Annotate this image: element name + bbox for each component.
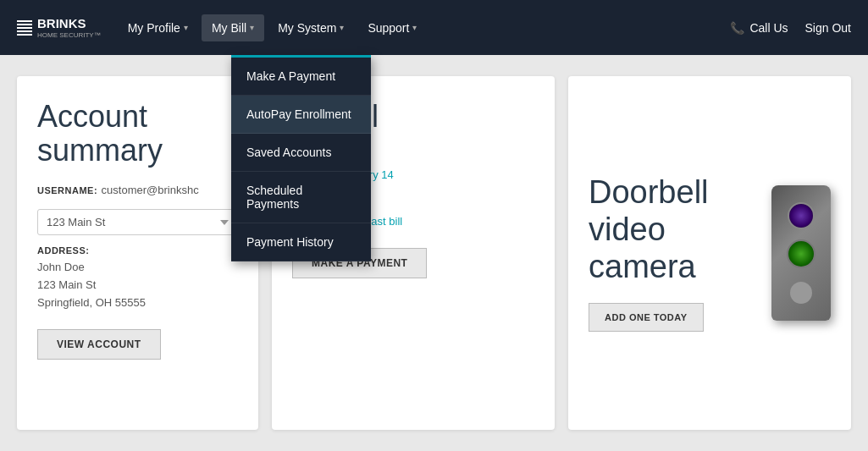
- nav-my-profile[interactable]: My Profile ▾: [118, 14, 198, 41]
- dropdown-make-payment[interactable]: Make A Payment: [231, 58, 371, 96]
- camera-bottom-icon: [790, 282, 812, 304]
- brand-name: BRINKS: [37, 16, 86, 30]
- main-content: Account summary USERNAME: customer@brink…: [0, 55, 868, 451]
- dropdown-positioner: Make A Payment AutoPay Enrollment Saved …: [231, 55, 371, 261]
- chevron-down-icon: ▾: [250, 23, 254, 32]
- view-account-button[interactable]: VIEW ACCOUNT: [37, 329, 161, 360]
- nav-my-bill[interactable]: My Bill ▾: [202, 14, 264, 41]
- sign-out-link[interactable]: Sign Out: [805, 21, 851, 35]
- brand-logo: BRINKS HOME SECURITY™: [17, 16, 101, 39]
- nav-my-system[interactable]: My System ▾: [268, 14, 354, 41]
- chevron-down-icon: ▾: [340, 23, 344, 32]
- doorbell-camera-image: [771, 185, 831, 321]
- address-label: ADDRESS:: [37, 245, 238, 256]
- doorbell-card: Doorbell video camera ADD ONE TODAY: [568, 76, 851, 430]
- username-value: customer@brinkshc: [102, 184, 199, 196]
- account-title: Account summary: [37, 100, 238, 167]
- address-text: John Doe 123 Main St Springfield, OH 555…: [37, 259, 238, 311]
- nav-support[interactable]: Support ▾: [357, 14, 427, 41]
- nav-right: 📞 Call Us Sign Out: [730, 21, 851, 35]
- dropdown-menu: Make A Payment AutoPay Enrollment Saved …: [231, 55, 371, 261]
- dropdown-scheduled-payments[interactable]: Scheduled Payments: [231, 172, 371, 223]
- doorbell-title: Doorbell video camera: [589, 174, 709, 285]
- address-select[interactable]: 123 Main St: [37, 209, 238, 235]
- brand-sub: HOME SECURITY™: [37, 31, 101, 39]
- phone-icon: 📞: [730, 21, 744, 35]
- dropdown-autopay-enrollment[interactable]: AutoPay Enrollment: [231, 96, 371, 134]
- nav-links: My Profile ▾ My Bill ▾ My System ▾ Suppo…: [118, 14, 731, 41]
- doorbell-text: Doorbell video camera ADD ONE TODAY: [589, 174, 709, 331]
- chevron-down-icon: ▾: [184, 23, 188, 32]
- dropdown-saved-accounts[interactable]: Saved Accounts: [231, 134, 371, 172]
- camera-button-icon: [787, 239, 815, 268]
- chevron-down-icon: ▾: [412, 23, 417, 32]
- username-label: USERNAME:: [37, 185, 97, 195]
- camera-lens-icon: [788, 202, 815, 229]
- add-one-today-button[interactable]: ADD ONE TODAY: [589, 303, 704, 332]
- navbar: BRINKS HOME SECURITY™ My Profile ▾ My Bi…: [0, 0, 868, 55]
- dropdown-payment-history[interactable]: Payment History: [231, 223, 371, 261]
- account-summary-card: Account summary USERNAME: customer@brink…: [17, 76, 258, 430]
- brand-bars-icon: [17, 20, 32, 36]
- call-us-link[interactable]: 📞 Call Us: [730, 21, 788, 35]
